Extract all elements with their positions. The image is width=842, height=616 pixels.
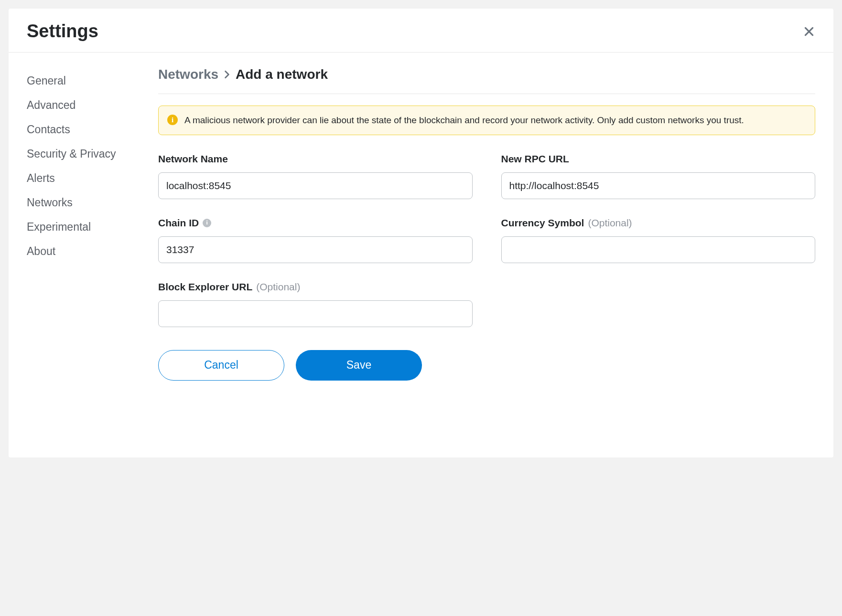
modal-body: General Advanced Contacts Security & Pri… <box>9 53 833 381</box>
cancel-button[interactable]: Cancel <box>158 350 284 381</box>
field-block-explorer: Block Explorer URL (Optional) <box>158 281 473 327</box>
info-icon[interactable]: i <box>203 219 211 227</box>
modal-header: Settings <box>9 9 833 53</box>
breadcrumb-current: Add a network <box>236 67 328 82</box>
sidebar-item-experimental[interactable]: Experimental <box>27 215 149 239</box>
warning-icon: i <box>167 115 178 125</box>
save-button[interactable]: Save <box>296 350 422 381</box>
sidebar-item-general[interactable]: General <box>27 69 149 93</box>
sidebar: General Advanced Contacts Security & Pri… <box>27 67 149 381</box>
sidebar-item-alerts[interactable]: Alerts <box>27 166 149 191</box>
warning-text: A malicious network provider can lie abo… <box>184 114 744 127</box>
label-currency-symbol: Currency Symbol <box>501 217 584 229</box>
label-block-explorer: Block Explorer URL <box>158 281 252 293</box>
field-rpc-url: New RPC URL <box>501 153 816 199</box>
sidebar-item-networks[interactable]: Networks <box>27 191 149 215</box>
label-network-name: Network Name <box>158 153 228 165</box>
field-network-name: Network Name <box>158 153 473 199</box>
warning-banner: i A malicious network provider can lie a… <box>158 106 815 135</box>
form-buttons: Cancel Save <box>158 350 815 381</box>
label-chain-id: Chain ID <box>158 217 199 229</box>
input-rpc-url[interactable] <box>501 172 816 199</box>
field-currency-symbol: Currency Symbol (Optional) <box>501 217 816 263</box>
optional-block-explorer: (Optional) <box>256 281 300 293</box>
content: Networks Add a network i A malicious net… <box>158 67 815 381</box>
sidebar-item-about[interactable]: About <box>27 239 149 264</box>
optional-currency-symbol: (Optional) <box>588 217 632 229</box>
input-block-explorer[interactable] <box>158 300 473 327</box>
page-title: Settings <box>27 21 98 42</box>
input-network-name[interactable] <box>158 172 473 199</box>
network-form: Network Name New RPC URL Chain ID i <box>158 153 815 327</box>
breadcrumb-root[interactable]: Networks <box>158 67 218 82</box>
sidebar-item-contacts[interactable]: Contacts <box>27 117 149 142</box>
sidebar-item-security[interactable]: Security & Privacy <box>27 142 149 166</box>
label-rpc-url: New RPC URL <box>501 153 569 165</box>
field-chain-id: Chain ID i <box>158 217 473 263</box>
input-currency-symbol[interactable] <box>501 236 816 263</box>
sidebar-item-advanced[interactable]: Advanced <box>27 93 149 117</box>
settings-modal: Settings General Advanced Contacts Secur… <box>9 9 833 457</box>
chevron-right-icon <box>224 70 230 79</box>
breadcrumb: Networks Add a network <box>158 67 815 94</box>
close-icon[interactable] <box>803 25 815 38</box>
input-chain-id[interactable] <box>158 236 473 263</box>
